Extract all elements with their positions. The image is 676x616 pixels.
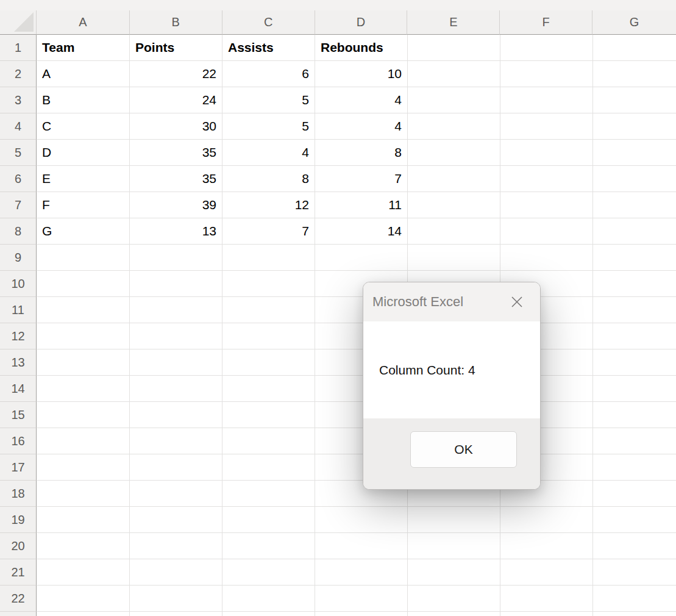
cell-C11[interactable]: [222, 297, 315, 323]
cell-D23[interactable]: [315, 612, 408, 616]
cell-B11[interactable]: [130, 297, 222, 323]
row-header-22[interactable]: 22: [0, 586, 37, 612]
cell-E3[interactable]: [408, 87, 500, 113]
cell-G21[interactable]: [593, 559, 676, 586]
cell-B15[interactable]: [130, 402, 222, 428]
cell-G23[interactable]: [593, 612, 676, 616]
dialog-titlebar[interactable]: Microsoft Excel: [363, 282, 540, 321]
cell-G22[interactable]: [593, 586, 676, 612]
cell-B10[interactable]: [130, 271, 222, 297]
cell-G8[interactable]: [593, 218, 676, 245]
cell-G3[interactable]: [593, 87, 676, 113]
row-header-8[interactable]: 8: [0, 218, 37, 245]
column-header-C[interactable]: C: [222, 10, 315, 35]
cell-E23[interactable]: [408, 612, 500, 616]
cell-B14[interactable]: [130, 376, 222, 402]
cell-E1[interactable]: [408, 35, 500, 61]
cell-B3[interactable]: 24: [130, 87, 222, 113]
cell-G17[interactable]: [593, 454, 676, 481]
row-header-2[interactable]: 2: [0, 61, 37, 87]
row-header-21[interactable]: 21: [0, 559, 37, 586]
cell-B21[interactable]: [130, 559, 222, 586]
cell-C8[interactable]: 7: [222, 218, 315, 245]
cell-A14[interactable]: [37, 376, 130, 402]
select-all-corner[interactable]: [0, 10, 37, 35]
row-header-19[interactable]: 19: [0, 507, 37, 533]
cell-E6[interactable]: [408, 166, 500, 192]
cell-D6[interactable]: 7: [315, 166, 408, 192]
cell-F9[interactable]: [500, 245, 593, 271]
cell-G15[interactable]: [593, 402, 676, 428]
cell-F8[interactable]: [500, 218, 593, 245]
cell-F5[interactable]: [500, 140, 593, 166]
cell-D3[interactable]: 4: [315, 87, 408, 113]
cell-D5[interactable]: 8: [315, 140, 408, 166]
cell-C12[interactable]: [222, 323, 315, 349]
row-header-12[interactable]: 12: [0, 323, 37, 349]
cell-A13[interactable]: [37, 349, 130, 376]
cell-G19[interactable]: [593, 507, 676, 533]
close-button[interactable]: [508, 293, 525, 310]
cell-A5[interactable]: D: [37, 140, 130, 166]
cell-B5[interactable]: 35: [130, 140, 222, 166]
cell-G16[interactable]: [593, 428, 676, 454]
cell-B13[interactable]: [130, 349, 222, 376]
ok-button[interactable]: OK: [410, 431, 517, 468]
row-header-5[interactable]: 5: [0, 140, 37, 166]
cell-C16[interactable]: [222, 428, 315, 454]
cell-D21[interactable]: [315, 559, 408, 586]
cell-C5[interactable]: 4: [222, 140, 315, 166]
row-header-10[interactable]: 10: [0, 271, 37, 297]
cell-E5[interactable]: [408, 140, 500, 166]
row-header-20[interactable]: 20: [0, 533, 37, 559]
cell-A3[interactable]: B: [37, 87, 130, 113]
column-header-A[interactable]: A: [37, 10, 130, 35]
cell-C13[interactable]: [222, 349, 315, 376]
cell-G11[interactable]: [593, 297, 676, 323]
cell-F3[interactable]: [500, 87, 593, 113]
row-header-23[interactable]: [0, 612, 37, 616]
cell-A21[interactable]: [37, 559, 130, 586]
cell-G14[interactable]: [593, 376, 676, 402]
cell-D4[interactable]: 4: [315, 113, 408, 140]
cell-B4[interactable]: 30: [130, 113, 222, 140]
cell-A20[interactable]: [37, 533, 130, 559]
cell-E22[interactable]: [408, 586, 500, 612]
cell-F23[interactable]: [500, 612, 593, 616]
cell-E2[interactable]: [408, 61, 500, 87]
cell-C21[interactable]: [222, 559, 315, 586]
cell-C22[interactable]: [222, 586, 315, 612]
cell-A10[interactable]: [37, 271, 130, 297]
cell-C23[interactable]: [222, 612, 315, 616]
cell-A19[interactable]: [37, 507, 130, 533]
cell-F21[interactable]: [500, 559, 593, 586]
row-header-7[interactable]: 7: [0, 192, 37, 218]
row-header-11[interactable]: 11: [0, 297, 37, 323]
cell-B23[interactable]: [130, 612, 222, 616]
row-header-15[interactable]: 15: [0, 402, 37, 428]
cell-C17[interactable]: [222, 454, 315, 481]
cell-A2[interactable]: A: [37, 61, 130, 87]
cell-F6[interactable]: [500, 166, 593, 192]
row-header-6[interactable]: 6: [0, 166, 37, 192]
cell-A9[interactable]: [37, 245, 130, 271]
cell-A16[interactable]: [37, 428, 130, 454]
cell-C6[interactable]: 8: [222, 166, 315, 192]
cell-C10[interactable]: [222, 271, 315, 297]
row-header-13[interactable]: 13: [0, 349, 37, 376]
cell-B17[interactable]: [130, 454, 222, 481]
cell-D9[interactable]: [315, 245, 408, 271]
cell-A11[interactable]: [37, 297, 130, 323]
cell-D19[interactable]: [315, 507, 408, 533]
cell-F1[interactable]: [500, 35, 593, 61]
cell-C15[interactable]: [222, 402, 315, 428]
cell-B1[interactable]: Points: [130, 35, 222, 61]
cell-G2[interactable]: [593, 61, 676, 87]
cell-C4[interactable]: 5: [222, 113, 315, 140]
cell-G13[interactable]: [593, 349, 676, 376]
cell-F19[interactable]: [500, 507, 593, 533]
cell-F7[interactable]: [500, 192, 593, 218]
cell-E4[interactable]: [408, 113, 500, 140]
cell-D7[interactable]: 11: [315, 192, 408, 218]
cell-G1[interactable]: [593, 35, 676, 61]
